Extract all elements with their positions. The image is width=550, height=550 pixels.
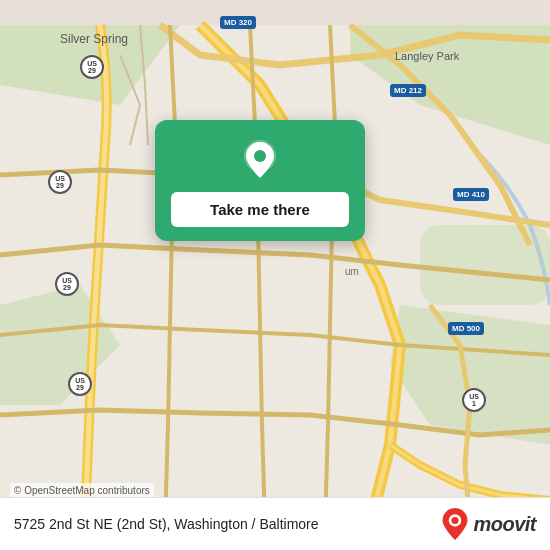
location-popup: Take me there (155, 120, 365, 241)
map-container: Silver Spring Langley Park um US29 US29 … (0, 0, 550, 550)
shield-us29-bot: US29 (68, 372, 92, 396)
shield-md320: MD 320 (220, 16, 256, 29)
svg-rect-5 (420, 225, 550, 305)
svg-text:Silver Spring: Silver Spring (60, 32, 128, 46)
svg-text:Langley Park: Langley Park (395, 50, 460, 62)
map-roads: Silver Spring Langley Park um (0, 0, 550, 550)
shield-md410: MD 410 (453, 188, 489, 201)
svg-point-10 (254, 150, 266, 162)
moovit-wordmark: moovit (473, 513, 536, 536)
take-me-there-button[interactable]: Take me there (171, 192, 349, 227)
moovit-pin-icon (441, 508, 469, 540)
shield-us29-top: US29 (80, 55, 104, 79)
bottom-bar: 5725 2nd St NE (2nd St), Washington / Ba… (0, 497, 550, 550)
shield-us29-mid2: US29 (55, 272, 79, 296)
osm-attribution: © OpenStreetMap contributors (10, 483, 154, 498)
map-pin-icon (238, 138, 282, 182)
svg-point-12 (452, 517, 459, 524)
shield-md500: MD 500 (448, 322, 484, 335)
shield-us1: US1 (462, 388, 486, 412)
svg-text:um: um (345, 266, 359, 277)
moovit-logo: moovit (441, 508, 536, 540)
shield-us29-mid1: US29 (48, 170, 72, 194)
shield-md212: MD 212 (390, 84, 426, 97)
address-label: 5725 2nd St NE (2nd St), Washington / Ba… (14, 516, 319, 532)
